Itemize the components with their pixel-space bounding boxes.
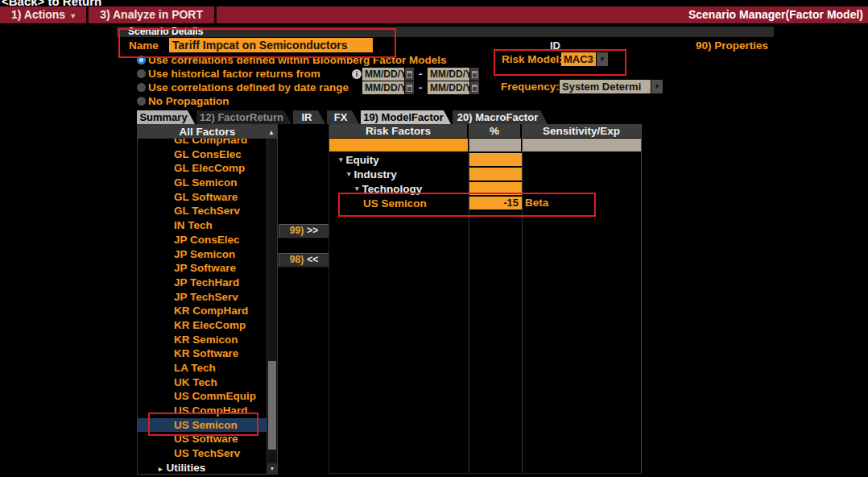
factor-item-kr-eleccomp[interactable]: KR ElecComp — [138, 318, 267, 333]
info-icon[interactable]: i — [352, 69, 362, 79]
risk-factors-table: Risk Factors % Change Sensitivity/Exp ▾E… — [329, 124, 642, 474]
menu-spacer — [217, 6, 688, 23]
factor-item-us-commequip[interactable]: US CommEquip — [138, 389, 267, 404]
actions-menu-button[interactable]: 1) Actions▾ — [0, 6, 86, 23]
pct-change-col-header[interactable]: % Change — [469, 124, 522, 138]
annotation-box-scenario-name — [118, 28, 396, 58]
date-placeholder: MM/DD/YY — [428, 68, 469, 81]
factor-label: GL Semicon — [174, 176, 238, 189]
factor-label: GL ConsElec — [174, 148, 242, 160]
date-to-input-1[interactable]: MM/DD/YY — [428, 68, 479, 81]
calendar-icon[interactable] — [469, 68, 479, 81]
risk-factor-cell[interactable]: ▾Equity — [329, 153, 469, 166]
risk-factors-col-header[interactable]: Risk Factors — [329, 124, 469, 138]
factor-item-utilities[interactable]: ▸Utilities — [138, 461, 267, 474]
radio-historical-returns[interactable] — [137, 69, 146, 78]
sensitivity-col-header[interactable]: Sensitivity/Exp — [522, 124, 641, 138]
date-to-input-2[interactable]: MM/DD/YY — [428, 81, 479, 94]
scroll-down-arrow[interactable]: ▼ — [267, 463, 277, 474]
move-right-button[interactable]: 99)>> — [279, 224, 329, 238]
sort-asc-icon[interactable]: ▲ — [268, 126, 275, 139]
risk-factor-label: Industry — [354, 168, 397, 180]
radio-label-no-propagation: No Propagation — [148, 95, 229, 108]
risk-factor-cell[interactable]: ▾Industry — [329, 168, 469, 180]
risk-factor-label: Equity — [346, 154, 379, 166]
collapse-arrow-icon[interactable]: ▾ — [347, 170, 351, 178]
all-factors-header[interactable]: All Factors ▲ — [138, 125, 277, 139]
factor-item-kr-semicon[interactable]: KR Semicon — [138, 333, 267, 347]
pct-change-filter-cell[interactable] — [469, 139, 522, 151]
radio-row-historical-returns: Use historical factor returns from i MM/… — [0, 68, 868, 81]
factor-label: JP TechHard — [174, 276, 239, 288]
calendar-icon[interactable] — [404, 68, 414, 81]
collapse-arrow-icon[interactable]: ▾ — [339, 156, 343, 164]
analyze-in-port-button[interactable]: 3) Analyze in PORT — [89, 6, 214, 23]
sensitivity-cell[interactable] — [522, 153, 641, 166]
pct-change-cell[interactable] — [469, 153, 522, 166]
scrollbar-thumb[interactable] — [268, 361, 276, 450]
factor-item-jp-software[interactable]: JP Software — [138, 261, 267, 276]
properties-button[interactable]: 90) Properties — [696, 39, 768, 52]
tab-ir[interactable]: IR — [293, 110, 325, 124]
radio-no-propagation[interactable] — [137, 97, 146, 106]
factor-item-in-tech[interactable]: IN Tech — [138, 218, 267, 233]
factor-item-gl-eleccomp[interactable]: GL ElecComp — [138, 161, 267, 176]
calendar-glyph — [472, 85, 477, 92]
factors-scrollbar[interactable]: ▼ — [267, 139, 277, 474]
factor-item-us-techserv[interactable]: US TechServ — [138, 446, 267, 461]
tab-fx[interactable]: FX — [327, 110, 359, 124]
factor-item-jp-conselec[interactable]: JP ConsElec — [138, 233, 267, 247]
radio-row-no-propagation: No Propagation — [0, 95, 868, 108]
move-left-button[interactable]: 98)<< — [279, 253, 329, 268]
frequency-select[interactable]: System Determi ▾ — [560, 80, 663, 93]
calendar-icon[interactable] — [469, 81, 479, 94]
factor-item-gl-techserv[interactable]: GL TechServ — [138, 204, 267, 218]
move-right-symbol: >> — [307, 225, 318, 236]
factor-item-uk-tech[interactable]: UK Tech — [138, 375, 267, 390]
factor-item-jp-techhard[interactable]: JP TechHard — [138, 276, 267, 290]
move-left-num: 98) — [290, 254, 304, 265]
factor-item-jp-techserv[interactable]: JP TechServ — [138, 290, 267, 305]
tab-19-modelfactor[interactable]: 19) ModelFactor — [361, 110, 451, 124]
table-filter-row — [329, 139, 641, 151]
collapse-arrow-icon[interactable]: ▾ — [355, 185, 359, 193]
date-placeholder: MM/DD/YY — [362, 68, 404, 81]
factor-label: KR ElecComp — [174, 319, 246, 331]
tab-summary[interactable]: Summary — [137, 110, 195, 124]
annotation-box-risk-model — [494, 49, 626, 76]
factor-item-gl-conselec[interactable]: GL ConsElec — [138, 147, 267, 162]
radio-date-range-correlations[interactable] — [137, 83, 146, 92]
factor-item-gl-software[interactable]: GL Software — [138, 190, 267, 205]
move-right-num: 99) — [290, 225, 304, 236]
factor-label: GL CompHard — [174, 139, 247, 146]
frequency-label: Frequency: — [501, 81, 560, 93]
calendar-glyph — [472, 71, 477, 78]
calendar-glyph — [407, 71, 412, 78]
dropdown-arrow-icon[interactable]: ▾ — [651, 80, 663, 93]
expand-arrow-icon: ▸ — [159, 465, 163, 473]
factor-label: JP TechServ — [174, 291, 238, 303]
table-row-industry: ▾Industry — [329, 168, 641, 180]
calendar-icon[interactable] — [404, 81, 414, 94]
chevron-down-icon: ▾ — [71, 11, 75, 20]
factor-label: JP Software — [174, 262, 236, 274]
sensitivity-cell[interactable] — [522, 168, 641, 180]
factor-label: JP Semicon — [174, 248, 235, 260]
factor-item-gl-comphard[interactable]: GL CompHard — [138, 139, 267, 147]
date-placeholder: MM/DD/YY — [428, 81, 469, 94]
tab-20-macrofactor[interactable]: 20) MacroFactor — [453, 110, 548, 124]
factor-item-jp-semicon[interactable]: JP Semicon — [138, 247, 267, 262]
factor-item-kr-comphard[interactable]: KR CompHard — [138, 304, 267, 318]
factor-label: JP ConsElec — [174, 234, 240, 246]
date-from-input-1[interactable]: MM/DD/YY — [362, 68, 414, 81]
factor-item-la-tech[interactable]: LA Tech — [138, 361, 267, 375]
pct-change-cell[interactable] — [469, 168, 522, 180]
risk-factors-filter-cell[interactable] — [329, 139, 469, 151]
factor-label: Utilities — [167, 462, 206, 474]
frequency-value: System Determi — [560, 80, 651, 93]
factor-item-gl-semicon[interactable]: GL Semicon — [138, 176, 267, 190]
sensitivity-filter-cell[interactable] — [522, 139, 641, 151]
factor-item-kr-software[interactable]: KR Software — [138, 346, 267, 361]
date-from-input-2[interactable]: MM/DD/YY — [362, 81, 414, 94]
tab-12-factorreturn[interactable]: 12) FactorReturn — [196, 110, 291, 124]
